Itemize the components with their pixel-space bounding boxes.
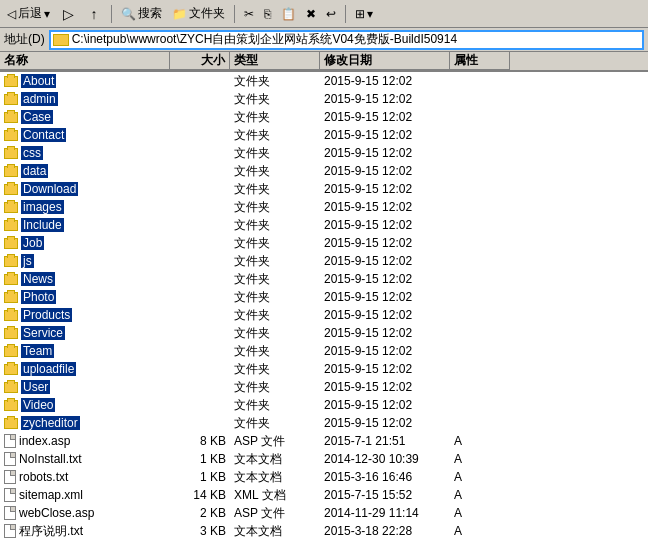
table-row[interactable]: Video文件夹2015-9-15 12:02 bbox=[0, 396, 648, 414]
table-row[interactable]: sitemap.xml14 KBXML 文档2015-7-15 15:52A bbox=[0, 486, 648, 504]
file-size bbox=[170, 206, 230, 208]
file-date: 2015-9-15 12:02 bbox=[320, 235, 450, 251]
copy-button[interactable]: ⎘ bbox=[261, 6, 274, 22]
table-row[interactable]: Download文件夹2015-9-15 12:02 bbox=[0, 180, 648, 198]
undo-button[interactable]: ↩ bbox=[323, 6, 339, 22]
file-size: 1 KB bbox=[170, 451, 230, 467]
file-name: admin bbox=[0, 91, 170, 107]
table-row[interactable]: data文件夹2015-9-15 12:02 bbox=[0, 162, 648, 180]
col-header-date[interactable]: 修改日期 bbox=[320, 52, 450, 70]
address-input-wrapper[interactable]: C:\inetpub\wwwroot\ZYCH自由策划企业网站系统V04免费版-… bbox=[49, 30, 644, 50]
file-type: 文件夹 bbox=[230, 414, 320, 433]
file-name: News bbox=[0, 271, 170, 287]
file-attr bbox=[450, 98, 510, 100]
col-header-size[interactable]: 大小 bbox=[170, 52, 230, 70]
file-type: 文件夹 bbox=[230, 360, 320, 379]
file-icon bbox=[4, 434, 16, 448]
col-header-attr[interactable]: 属性 bbox=[450, 52, 510, 70]
file-attr: A bbox=[450, 469, 510, 485]
file-size bbox=[170, 224, 230, 226]
file-attr bbox=[450, 386, 510, 388]
file-date: 2015-9-15 12:02 bbox=[320, 199, 450, 215]
file-date: 2015-9-15 12:02 bbox=[320, 253, 450, 269]
table-row[interactable]: zycheditor文件夹2015-9-15 12:02 bbox=[0, 414, 648, 432]
view-button[interactable]: ⊞ ▾ bbox=[352, 6, 376, 22]
back-dropdown-icon[interactable]: ▾ bbox=[44, 7, 50, 21]
file-name: Case bbox=[0, 109, 170, 125]
file-name-label: robots.txt bbox=[19, 470, 68, 484]
back-button[interactable]: ◁ 后退 ▾ bbox=[4, 4, 53, 23]
folder-name-label: uploadfile bbox=[21, 362, 76, 376]
table-row[interactable]: Case文件夹2015-9-15 12:02 bbox=[0, 108, 648, 126]
file-type: XML 文档 bbox=[230, 486, 320, 505]
table-row[interactable]: Contact文件夹2015-9-15 12:02 bbox=[0, 126, 648, 144]
col-header-type[interactable]: 类型 bbox=[230, 52, 320, 70]
table-row[interactable]: Products文件夹2015-9-15 12:02 bbox=[0, 306, 648, 324]
forward-button[interactable]: ▷ bbox=[57, 3, 79, 25]
folder-label: 文件夹 bbox=[189, 5, 225, 22]
file-type: 文本文档 bbox=[230, 522, 320, 541]
file-type: 文本文档 bbox=[230, 468, 320, 487]
table-row[interactable]: Include文件夹2015-9-15 12:02 bbox=[0, 216, 648, 234]
move-button[interactable]: ✂ bbox=[241, 6, 257, 22]
table-row[interactable]: admin文件夹2015-9-15 12:02 bbox=[0, 90, 648, 108]
file-name: Service bbox=[0, 325, 170, 341]
folder-icon bbox=[4, 400, 18, 411]
table-row[interactable]: Team文件夹2015-9-15 12:02 bbox=[0, 342, 648, 360]
file-name: Products bbox=[0, 307, 170, 323]
table-row[interactable]: Service文件夹2015-9-15 12:02 bbox=[0, 324, 648, 342]
table-row[interactable]: About文件夹2015-9-15 12:02 bbox=[0, 72, 648, 90]
file-date: 2015-9-15 12:02 bbox=[320, 325, 450, 341]
delete-button[interactable]: ✖ bbox=[303, 6, 319, 22]
table-row[interactable]: images文件夹2015-9-15 12:02 bbox=[0, 198, 648, 216]
file-name-label: index.asp bbox=[19, 434, 70, 448]
file-name: zycheditor bbox=[0, 415, 170, 431]
table-row[interactable]: Photo文件夹2015-9-15 12:02 bbox=[0, 288, 648, 306]
file-name-label: webClose.asp bbox=[19, 506, 94, 520]
file-attr bbox=[450, 332, 510, 334]
delete-icon: ✖ bbox=[306, 7, 316, 21]
folder-button[interactable]: 📁 文件夹 bbox=[169, 4, 228, 23]
file-attr bbox=[450, 134, 510, 136]
view-dropdown[interactable]: ▾ bbox=[367, 7, 373, 21]
file-type: 文件夹 bbox=[230, 180, 320, 199]
table-row[interactable]: css文件夹2015-9-15 12:02 bbox=[0, 144, 648, 162]
toolbar: ◁ 后退 ▾ ▷ ↑ 🔍 搜索 📁 文件夹 ✂ ⎘ 📋 ✖ ↩ ⊞ ▾ bbox=[0, 0, 648, 28]
file-size bbox=[170, 116, 230, 118]
up-button[interactable]: ↑ bbox=[83, 3, 105, 25]
file-date: 2015-9-15 12:02 bbox=[320, 307, 450, 323]
table-row[interactable]: 程序说明.txt3 KB文本文档2015-3-18 22:28A bbox=[0, 522, 648, 540]
folder-name-label: Include bbox=[21, 218, 64, 232]
file-type: ASP 文件 bbox=[230, 504, 320, 523]
table-row[interactable]: js文件夹2015-9-15 12:02 bbox=[0, 252, 648, 270]
file-name: js bbox=[0, 253, 170, 269]
file-icon bbox=[4, 488, 16, 502]
paste-button[interactable]: 📋 bbox=[278, 6, 299, 22]
file-type: 文件夹 bbox=[230, 270, 320, 289]
file-type: ASP 文件 bbox=[230, 432, 320, 451]
table-row[interactable]: News文件夹2015-9-15 12:02 bbox=[0, 270, 648, 288]
table-row[interactable]: Job文件夹2015-9-15 12:02 bbox=[0, 234, 648, 252]
folder-icon bbox=[4, 382, 18, 393]
folder-name-label: Service bbox=[21, 326, 65, 340]
file-date: 2015-9-15 12:02 bbox=[320, 271, 450, 287]
file-size bbox=[170, 368, 230, 370]
file-date: 2015-9-15 12:02 bbox=[320, 343, 450, 359]
up-icon: ↑ bbox=[91, 6, 98, 22]
file-size bbox=[170, 422, 230, 424]
table-row[interactable]: NoInstall.txt1 KB文本文档2014-12-30 10:39A bbox=[0, 450, 648, 468]
file-date: 2015-9-15 12:02 bbox=[320, 361, 450, 377]
col-header-name[interactable]: 名称 bbox=[0, 52, 170, 70]
file-attr bbox=[450, 242, 510, 244]
table-row[interactable]: robots.txt1 KB文本文档2015-3-16 16:46A bbox=[0, 468, 648, 486]
table-row[interactable]: uploadfile文件夹2015-9-15 12:02 bbox=[0, 360, 648, 378]
folder-icon bbox=[4, 364, 18, 375]
file-type: 文件夹 bbox=[230, 324, 320, 343]
folder-name-label: News bbox=[21, 272, 55, 286]
search-button[interactable]: 🔍 搜索 bbox=[118, 4, 165, 23]
table-row[interactable]: User文件夹2015-9-15 12:02 bbox=[0, 378, 648, 396]
table-row[interactable]: webClose.asp2 KBASP 文件2014-11-29 11:14A bbox=[0, 504, 648, 522]
folder-name-label: zycheditor bbox=[21, 416, 80, 430]
file-attr bbox=[450, 170, 510, 172]
table-row[interactable]: index.asp8 KBASP 文件2015-7-1 21:51A bbox=[0, 432, 648, 450]
